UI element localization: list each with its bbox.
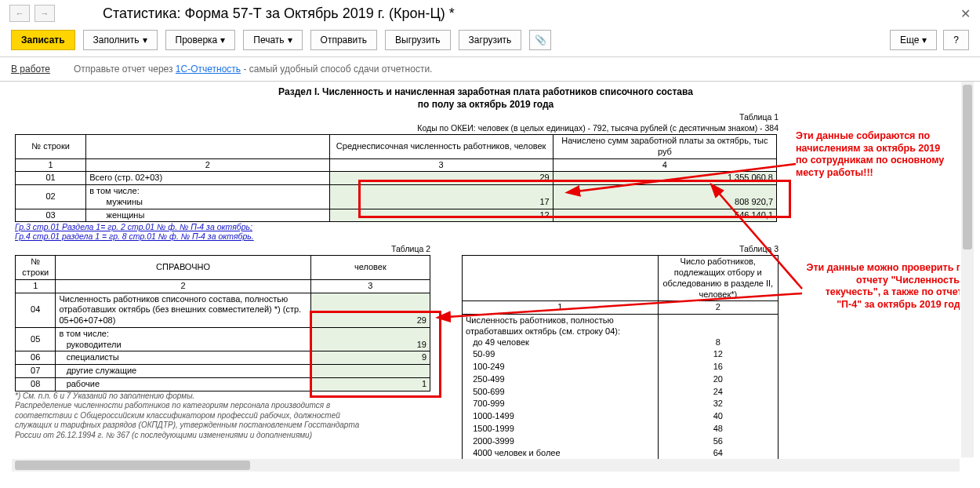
cell: Численность работников списочного состав… — [56, 293, 310, 327]
cell: 50-99 — [473, 349, 495, 359]
table1-label: Таблица 1 — [15, 112, 779, 122]
cell[interactable]: 808 920,7 — [553, 185, 776, 209]
t2-row: 07 другие служащие — [16, 365, 430, 378]
cell: 07 — [16, 365, 56, 378]
fill-button[interactable]: Заполнить▾ — [83, 30, 158, 50]
table3: Число работников, подлежащих отбору и об… — [462, 255, 779, 461]
cell: 04 — [16, 293, 56, 327]
print-button[interactable]: Печать▾ — [243, 30, 302, 50]
cell[interactable]: 17 — [329, 185, 553, 209]
cell-r: до 49 человек — [473, 337, 529, 347]
t2-row: 05 в том числе: руководители 19 — [16, 327, 430, 351]
t3-row: 500-69924 — [463, 386, 779, 399]
annotation-text-2: Эти данные можно проверить по отчету "Чи… — [804, 262, 960, 311]
t2-footnote: *) См. п.п. 6 и 7 Указаний по заполнению… — [15, 391, 430, 441]
t3-row: 100-24916 — [463, 361, 779, 373]
t2-hdr-ppl: человек — [310, 256, 430, 280]
cell: 16 — [658, 361, 778, 373]
t3-sub2: 2 — [658, 301, 778, 315]
info-hint-post: - самый удобный способ сдачи отчетности. — [241, 64, 432, 75]
table3-label: Таблица 3 — [462, 244, 779, 253]
cell[interactable]: 9 — [310, 351, 430, 365]
close-icon[interactable]: ✕ — [960, 6, 971, 21]
t3-row: 250-49920 — [463, 373, 779, 386]
t2-hdr-ref: СПРАВОЧНО — [56, 256, 310, 280]
cell-txt: другие служащие — [67, 366, 137, 375]
cell-txt: рабочие — [67, 379, 100, 388]
t3-row: 2000-399956 — [463, 435, 779, 448]
cell-lead: Численность работников, полностью отрабо… — [466, 315, 620, 336]
t2-row: 06 специалисты 9 — [16, 351, 430, 365]
help-button[interactable]: ? — [943, 30, 969, 50]
import-button[interactable]: Загрузить — [459, 30, 522, 50]
report-link[interactable]: 1С-Отчетность — [176, 64, 241, 75]
cell: Всего (стр. 02+03) — [86, 172, 329, 185]
t3-hdr-c1: Число работников, подлежащих отбору и об… — [658, 256, 778, 301]
chevron-down-icon: ▾ — [922, 35, 927, 46]
check-button[interactable]: Проверка▾ — [165, 30, 236, 50]
section-title-l1: Раздел I. Численность и начисленная зара… — [278, 86, 693, 97]
table2-label: Таблица 2 — [15, 244, 430, 253]
t3-row: 50-9912 — [463, 348, 779, 361]
cell-l2: мужчины — [107, 197, 143, 206]
chevron-down-icon: ▾ — [220, 35, 225, 46]
status-link[interactable]: В работе — [11, 64, 50, 75]
send-button[interactable]: Отправить — [310, 30, 378, 50]
check-label: Проверка — [176, 35, 218, 46]
cell: 02 — [16, 185, 86, 209]
t1-hdr-c3: Среднесписочная численность работников, … — [329, 135, 553, 159]
cell: в том числе: мужчины — [86, 185, 329, 209]
cell-txt: специалисты — [67, 352, 119, 362]
cell: 12 — [658, 348, 778, 361]
cell: 1500-1999 — [473, 424, 514, 433]
t2-sub2: 2 — [56, 279, 310, 293]
annotation-text-1: Эти данные собираются по начислениям за … — [796, 130, 953, 180]
print-label: Печать — [253, 35, 284, 46]
nav-forward-button[interactable]: → — [34, 5, 55, 22]
cell[interactable]: 546 140,1 — [553, 209, 776, 222]
cell: 32 — [658, 398, 778, 410]
cell: 4000 человек и более — [473, 448, 560, 457]
horizontal-scrollbar[interactable] — [12, 459, 960, 472]
t1-sub3: 3 — [329, 158, 553, 172]
cell: 01 — [16, 172, 86, 185]
t1-hdr-c4: Начислено сумм заработной платы за октяб… — [553, 135, 776, 159]
t2-hdr-no: № строки — [16, 256, 56, 280]
cell[interactable]: 19 — [310, 327, 430, 351]
cell: 500-699 — [473, 387, 504, 396]
section-title-l2: по полу за октябрь 2019 года — [418, 99, 554, 110]
t3-row: 1000-149940 — [463, 410, 779, 423]
cell: 56 — [658, 435, 778, 448]
write-button[interactable]: Записать — [11, 30, 75, 50]
cell[interactable] — [310, 365, 430, 378]
cell-l1: в том числе: — [89, 186, 140, 195]
t2-row: 08 рабочие 1 — [16, 377, 430, 391]
cell: 06 — [16, 351, 56, 365]
cell[interactable]: 12 — [329, 209, 553, 222]
cell: 03 — [16, 209, 86, 222]
vertical-scrollbar[interactable] — [961, 82, 974, 457]
export-button[interactable]: Выгрузить — [385, 30, 451, 50]
t3-row: 1500-199948 — [463, 423, 779, 435]
cell: 08 — [16, 377, 56, 391]
chevron-down-icon: ▾ — [288, 35, 292, 46]
cell[interactable]: 1 355 060,8 — [553, 172, 776, 185]
t3-sub1: 1 — [463, 301, 659, 315]
cell: 20 — [658, 373, 778, 386]
table2: № строки СПРАВОЧНО человек 1 2 3 04 Числ… — [15, 255, 430, 391]
cell[interactable]: 1 — [310, 377, 430, 391]
more-button[interactable]: Еще▾ — [890, 30, 937, 50]
t1-row: 02 в том числе: мужчины 17 808 920,7 — [16, 185, 777, 209]
t1-hdr-empty — [86, 135, 329, 159]
t3-row: Численность работников, полностью отрабо… — [463, 315, 779, 349]
cell[interactable]: 29 — [310, 293, 430, 327]
attach-button[interactable]: 📎 — [529, 30, 551, 50]
cell[interactable]: 29 — [329, 172, 553, 185]
report-body: Раздел I. Численность и начисленная зара… — [12, 82, 960, 472]
t1-row: 01 Всего (стр. 02+03) 29 1 355 060,8 — [16, 172, 777, 185]
nav-back-button[interactable]: ← — [9, 5, 30, 22]
t3-row: 700-99932 — [463, 398, 779, 410]
fill-label: Заполнить — [93, 35, 140, 46]
t1-sub4: 4 — [553, 158, 776, 172]
cell: 100-249 — [473, 362, 504, 371]
